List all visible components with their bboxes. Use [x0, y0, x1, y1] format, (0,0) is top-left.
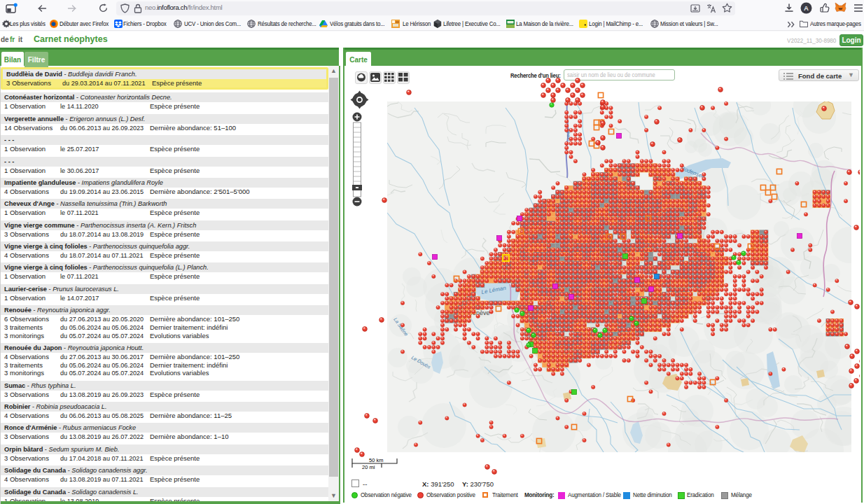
svg-text:50 km: 50 km	[369, 457, 383, 463]
svg-text:A: A	[804, 4, 809, 12]
svg-text:20 mi: 20 mi	[362, 464, 375, 470]
